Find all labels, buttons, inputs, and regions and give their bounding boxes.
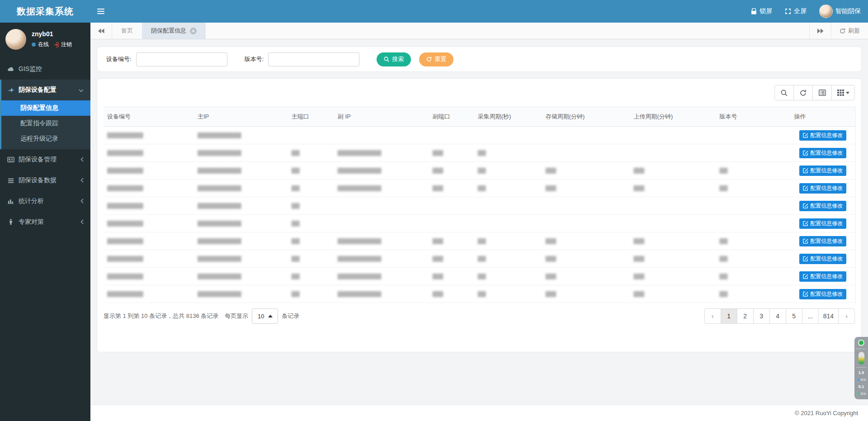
tab-config-info[interactable]: 阴保配置信息 ✕ — [142, 23, 206, 39]
edit-icon — [803, 274, 808, 279]
reset-button[interactable]: 重置 — [419, 52, 453, 66]
next-page-button[interactable]: › — [838, 308, 855, 324]
pagination: ‹12345...814› — [704, 308, 855, 324]
speed-monitor-widget[interactable]: 1.0 ▲K/s 0.1 ▼K/s — [854, 337, 868, 399]
tabs-scroll-right-button[interactable] — [809, 23, 831, 39]
table-cell: ███ — [474, 250, 542, 268]
table-cell: █████████████████ — [194, 127, 288, 144]
version-input[interactable] — [268, 52, 359, 66]
sidebar-item-device-data[interactable]: 阴保设备数据 — [0, 170, 90, 191]
table-row: ████████████████████████████████████████… — [104, 144, 856, 162]
page-button[interactable]: 5 — [786, 308, 802, 324]
edit-config-button[interactable]: 配置信息修改 — [799, 271, 846, 282]
toolbar-grid-view-button[interactable] — [831, 85, 855, 100]
redacted-value: ███ — [720, 238, 727, 244]
redacted-value: █████████████████ — [198, 150, 241, 156]
sidebar-item-statistics[interactable]: 统计分析 — [0, 191, 90, 212]
redacted-value: █████████████████ — [198, 274, 241, 279]
logout-button[interactable]: 注销 — [54, 41, 72, 48]
user-panel: znyb01 在线 注销 — [0, 23, 90, 56]
device-no-label: 设备编号: — [106, 55, 132, 63]
edit-config-button[interactable]: 配置信息修改 — [799, 130, 846, 141]
table-cell: █████████████████ — [194, 215, 288, 232]
table-cell — [542, 127, 630, 144]
page-button[interactable]: 814 — [818, 308, 839, 324]
table-cell: ███ — [288, 268, 334, 285]
redacted-value: █████████████████ — [338, 274, 381, 279]
table-row: ████████████████████████████████████████… — [104, 232, 856, 250]
toolbar-refresh-button[interactable] — [793, 85, 813, 100]
redacted-value: █████████████████ — [338, 256, 381, 262]
sidebar-toggle-button[interactable] — [90, 0, 111, 23]
redacted-value: ████ — [546, 168, 556, 174]
page-button[interactable]: 2 — [737, 308, 754, 324]
edit-config-button[interactable]: 配置信息修改 — [799, 236, 846, 246]
device-no-input[interactable] — [136, 52, 227, 66]
page-button[interactable]: 4 — [769, 308, 786, 324]
table-cell: ██████████████ — [104, 127, 194, 144]
table-row: ████████████████████████████████████████… — [104, 285, 856, 303]
page-button[interactable]: ... — [802, 308, 819, 324]
edit-icon — [803, 256, 808, 261]
redacted-value: ██████████████ — [107, 185, 143, 191]
table-cell: ███ — [716, 250, 791, 268]
sidebar-subitem-remote-upgrade[interactable]: 远程升级记录 — [1, 131, 90, 147]
sidebar-item-device-config[interactable]: 阴保设备配置 — [1, 80, 90, 100]
table-body: ███████████████████████████████配置信息修改███… — [104, 127, 856, 303]
table-cell: █████████████████ — [194, 250, 288, 268]
lock-screen-label: 锁屏 — [760, 7, 772, 15]
edit-config-button[interactable]: 配置信息修改 — [799, 289, 846, 299]
edit-config-button[interactable]: 配置信息修改 — [799, 183, 846, 194]
toolbar-columns-button[interactable] — [812, 85, 832, 100]
sidebar-subitem-command-trace[interactable]: 配置指令跟踪 — [1, 116, 90, 131]
edit-config-button[interactable]: 配置信息修改 — [799, 201, 846, 211]
redacted-value: ███ — [292, 150, 299, 156]
table-cell — [474, 127, 542, 144]
lock-screen-button[interactable]: 锁屏 — [751, 7, 772, 15]
table-panel: 设备编号 主IP 主端口 副 IP 副端口 采集周期(秒) 存储周期(分钟) 上… — [97, 78, 862, 352]
app-logo[interactable]: 数据采集系统 — [0, 0, 90, 23]
list-icon — [7, 178, 14, 183]
redacted-value: ███ — [720, 274, 727, 279]
toolbar-search-button[interactable] — [774, 85, 794, 100]
arrow-up-icon: ▲ — [857, 378, 860, 382]
redacted-value: ████ — [546, 185, 556, 191]
chevron-left-icon — [80, 218, 84, 226]
table-cell — [630, 127, 716, 144]
hamburger-icon — [97, 7, 104, 15]
tabs-scroll-left-button[interactable] — [90, 23, 112, 39]
redacted-value: ███ — [478, 291, 486, 297]
edit-config-button[interactable]: 配置信息修改 — [799, 218, 846, 229]
table-cell: ████ — [429, 232, 474, 250]
online-status-label: 在线 — [38, 41, 49, 48]
edit-config-button[interactable]: 配置信息修改 — [799, 166, 846, 176]
table-cell — [542, 215, 630, 232]
page-size-select[interactable]: 10 — [252, 308, 278, 324]
table-cell — [542, 144, 630, 162]
redacted-value: ██████████████ — [107, 203, 143, 209]
fullscreen-button[interactable]: 全屏 — [785, 7, 807, 15]
edit-config-button[interactable]: 配置信息修改 — [799, 254, 846, 264]
redacted-value: ████ — [634, 274, 644, 279]
sidebar-item-gis[interactable]: GIS监控 — [0, 59, 90, 80]
redacted-value: ██████████████ — [107, 274, 143, 279]
page-button[interactable]: 3 — [753, 308, 770, 324]
edit-icon — [803, 238, 808, 244]
sidebar-item-device-manage[interactable]: 阴保设备管理 — [0, 149, 90, 170]
prev-page-button[interactable]: ‹ — [704, 308, 721, 324]
edit-config-button[interactable]: 配置信息修改 — [799, 148, 846, 158]
sidebar-item-expert[interactable]: 专家对策 — [0, 212, 90, 232]
table-cell — [716, 127, 791, 144]
user-menu[interactable]: 智能阴保 — [819, 5, 861, 18]
page-button[interactable]: 1 — [721, 308, 737, 324]
table-cell: ███ — [288, 215, 334, 232]
close-icon[interactable]: ✕ — [190, 28, 197, 34]
tab-home[interactable]: 首页 — [112, 23, 142, 39]
online-status-dot — [32, 43, 36, 47]
jet-icon — [7, 87, 14, 93]
sidebar-subitem-config-info[interactable]: 阴保配置信息 — [1, 100, 90, 116]
table-cell: ███ — [716, 268, 791, 285]
refresh-tab-button[interactable]: 刷新 — [831, 23, 868, 39]
search-button[interactable]: 搜索 — [377, 52, 411, 66]
table-cell — [429, 127, 474, 144]
